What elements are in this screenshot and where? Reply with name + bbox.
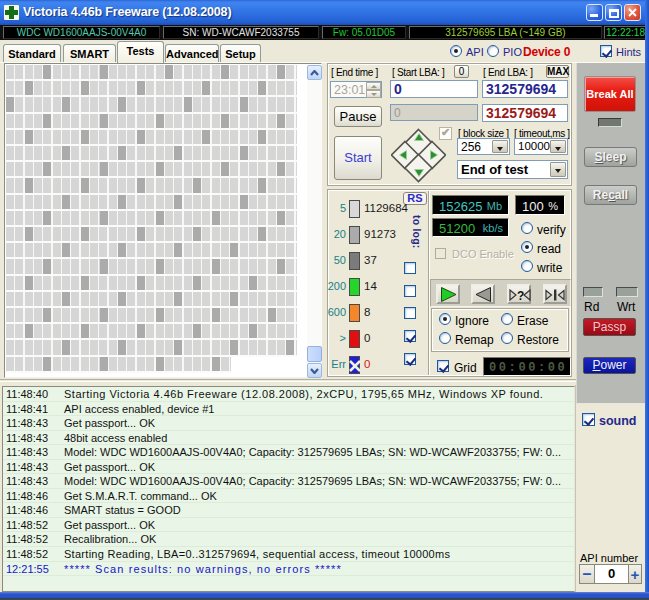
svg-text:?: ?	[517, 289, 524, 303]
